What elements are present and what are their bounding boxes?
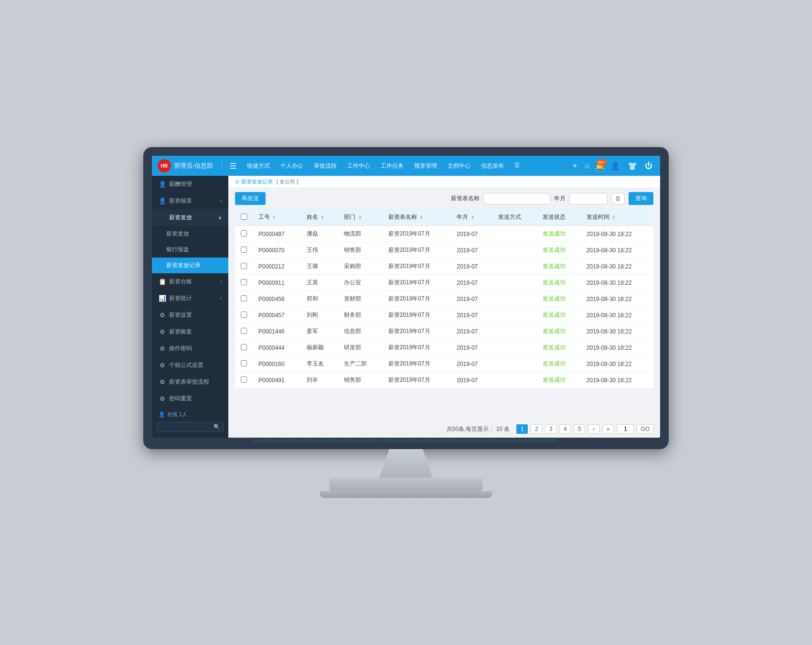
arrow2-icon: ∨ [218, 215, 222, 220]
page-last-icon[interactable]: » [602, 424, 614, 434]
page-btn-1[interactable]: 1 [516, 424, 528, 434]
cell-dept-3: 办公室 [338, 275, 382, 291]
row-checkbox-9[interactable] [241, 376, 247, 383]
search-icon: 🔍 [214, 424, 220, 430]
page-btn-4[interactable]: 4 [559, 424, 571, 434]
page-btn-5[interactable]: 5 [574, 424, 585, 434]
home-icon[interactable]: ⌂ [583, 161, 591, 171]
row-checkbox-5[interactable] [241, 312, 247, 318]
cell-send-status-2: 发送成功 [537, 258, 581, 275]
row-checkbox-cell [235, 340, 253, 356]
top-navbar: HR 管理员-信息部 ☰ 快捷方式 个人办公 审批流转 工作中心 工作任务 预算… [152, 156, 660, 176]
cell-year-month-9: 2019-07 [451, 372, 492, 388]
row-checkbox-3[interactable] [241, 279, 247, 285]
monitor-vent [254, 439, 558, 442]
nav-item-budget[interactable]: 预算管理 [409, 160, 442, 172]
nav-item-approval[interactable]: 审批流转 [309, 160, 342, 172]
cell-year-month-3: 2019-07 [451, 275, 492, 291]
cell-send-time-9: 2019-08-30 18:22 [581, 372, 653, 388]
cell-dept-8: 生产二部 [338, 356, 382, 372]
row-checkbox-cell [235, 323, 253, 340]
monitor-outer: HR 管理员-信息部 ☰ 快捷方式 个人办公 审批流转 工作中心 工作任务 预算… [143, 147, 669, 449]
sort-icon-time: ⇕ [612, 215, 616, 220]
toolbar: 再发送 薪资表名称 年月 🗓 查询 [228, 188, 660, 209]
row-checkbox-2[interactable] [241, 263, 247, 269]
header-salary-name: 薪资表名称 ⇕ [383, 209, 451, 226]
sidebar-label-salary-calc: 薪资核算 [169, 197, 192, 205]
row-checkbox-0[interactable] [241, 230, 247, 236]
header-send-method: 发送方式 [492, 209, 536, 226]
nav-item-docs[interactable]: 文档中心 [443, 160, 475, 172]
user-icon[interactable]: 👤 [609, 161, 622, 172]
arrow-icon: › [220, 198, 222, 204]
salary-name-input[interactable] [483, 193, 550, 204]
cell-send-time-4: 2019-08-30 18:22 [581, 291, 653, 307]
cell-id-5: P0000457 [253, 307, 301, 323]
calendar-button[interactable]: 🗓 [611, 193, 625, 204]
power-icon[interactable]: ⏻ [643, 161, 654, 171]
sidebar-item-reset-pwd[interactable]: ⚙ 密码重置 [152, 390, 228, 407]
sidebar-search-input[interactable] [160, 424, 214, 430]
sidebar-item-ledger[interactable]: 📋 薪资台账 › [152, 273, 228, 290]
nav-item-work-tasks[interactable]: 工作任务 [376, 160, 408, 172]
cell-id-1: P0000070 [253, 242, 301, 258]
cell-salary-name-3: 薪资2019年07月 [383, 275, 451, 291]
query-button[interactable]: 查询 [629, 192, 653, 205]
sidebar-sub-pay-records[interactable]: 薪资发放记录 [152, 258, 228, 273]
row-checkbox-1[interactable] [241, 247, 247, 253]
page-btn-2[interactable]: 2 [531, 424, 542, 434]
cell-send-status-4: 发送成功 [537, 291, 581, 307]
sidebar-item-salary-settings[interactable]: ⚙ 薪资设置 [152, 307, 228, 323]
sidebar-item-tax-formula[interactable]: ⚙ 个税公式设置 [152, 357, 228, 374]
nav-item-personal[interactable]: 个人办公 [276, 160, 308, 172]
cell-id-3: P0000911 [253, 275, 301, 291]
header-name: 姓名 ⇕ [301, 209, 339, 226]
arrow3-icon: › [220, 279, 222, 284]
select-all-checkbox[interactable] [241, 214, 247, 220]
hamburger-icon[interactable]: ☰ [227, 161, 239, 171]
gear4-icon: ⚙ [159, 362, 166, 369]
cell-send-method-6 [492, 323, 536, 340]
sidebar-label-ledger: 薪资台账 [169, 278, 192, 286]
row-checkbox-7[interactable] [241, 344, 247, 350]
sidebar-sub-bank[interactable]: 银行报盘 [152, 242, 228, 258]
settings-icon[interactable]: 👕 [626, 161, 639, 172]
sidebar-item-salary-mgmt[interactable]: 👤 薪酬管理 [152, 176, 228, 193]
sidebar-item-password[interactable]: ⚙ 操作密码 [152, 340, 228, 357]
cell-send-method-2 [492, 258, 536, 275]
resend-button[interactable]: 再发送 [235, 192, 266, 205]
row-checkbox-6[interactable] [241, 328, 247, 334]
gear1-icon: ⚙ [159, 312, 166, 319]
sidebar-section-payroll[interactable]: 薪资发放 ∨ [152, 209, 228, 226]
notification-btn[interactable]: 🔔 99+ [595, 161, 605, 171]
nav-item-shortcuts[interactable]: 快捷方式 [242, 160, 275, 172]
sidebar-item-salary-set[interactable]: ⚙ 薪资账套 [152, 323, 228, 340]
cell-id-2: P0000212 [253, 258, 301, 275]
go-button[interactable]: GO [637, 424, 653, 434]
cell-send-method-5 [492, 307, 536, 323]
row-checkbox-8[interactable] [241, 360, 247, 366]
breadcrumb-item[interactable]: 薪资发放记录 [241, 178, 273, 185]
sidebar-label-salary-mgmt: 薪酬管理 [169, 180, 192, 188]
header-send-status: 发送状态 [537, 209, 581, 226]
year-month-input[interactable] [569, 193, 608, 204]
cell-send-time-2: 2019-08-30 18:22 [581, 258, 653, 275]
sidebar-search-box[interactable]: 🔍 [157, 422, 224, 432]
sidebar-item-salary-calc[interactable]: 👤 薪资核算 › [152, 193, 228, 209]
sidebar-item-stats[interactable]: 📊 薪资统计 › [152, 290, 228, 307]
cell-send-method-7 [492, 340, 536, 356]
page-next-icon[interactable]: › [588, 424, 599, 434]
row-checkbox-4[interactable] [241, 295, 247, 301]
sidebar-item-approval-flow[interactable]: ⚙ 薪资表审批流程 [152, 374, 228, 390]
add-icon[interactable]: + [571, 161, 579, 171]
cell-year-month-2: 2019-07 [451, 258, 492, 275]
page-btn-3[interactable]: 3 [545, 424, 556, 434]
header-dept: 部门 ⇕ [338, 209, 382, 226]
pagination-total: 共50条,每页显示： 10 条 [447, 425, 510, 433]
nav-item-work-center[interactable]: 工作中心 [342, 160, 375, 172]
cell-dept-0: 物流部 [338, 226, 382, 242]
nav-item-more[interactable]: ☰ [510, 160, 524, 172]
sidebar-sub-salary-pay[interactable]: 薪资发放 [152, 226, 228, 242]
nav-item-info[interactable]: 信息发布 [476, 160, 509, 172]
page-jump-input[interactable] [617, 424, 634, 434]
